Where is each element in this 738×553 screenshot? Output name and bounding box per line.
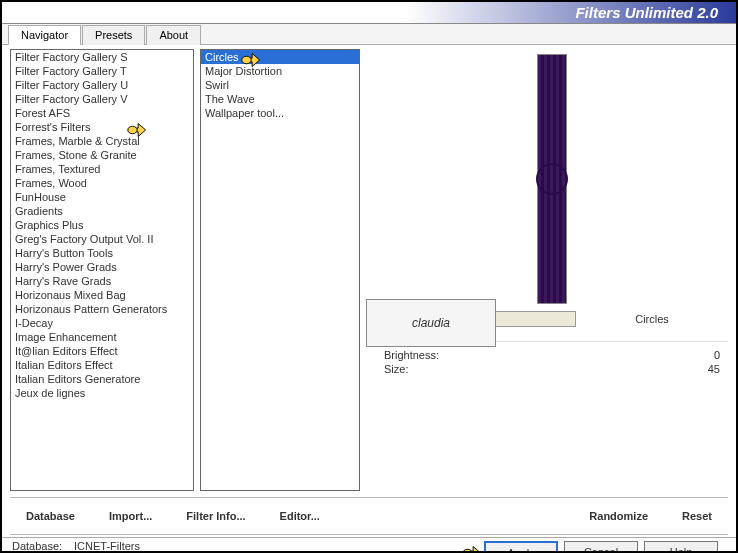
category-item[interactable]: I-Decay (11, 316, 193, 330)
category-item[interactable]: Frames, Marble & Crystal (11, 134, 193, 148)
status-db-label: Database: (12, 540, 68, 552)
category-item[interactable]: Jeux de lignes (11, 386, 193, 400)
filter-item[interactable]: Swirl (201, 78, 359, 92)
category-item[interactable]: Greg's Factory Output Vol. II (11, 232, 193, 246)
preview-area: claudia (376, 49, 728, 309)
category-item[interactable]: It@lian Editors Effect (11, 344, 193, 358)
filter-item[interactable]: Major Distortion (201, 64, 359, 78)
dialog-buttons: Apply Cancel Help (484, 541, 726, 553)
status-bar: Database:ICNET-Filters Filters:4626 Appl… (2, 537, 736, 553)
tab-strip: Navigator Presets About (2, 24, 736, 45)
left-actions: Database Import... Filter Info... Editor… (10, 500, 336, 532)
category-item[interactable]: Harry's Button Tools (11, 246, 193, 260)
category-item[interactable]: Horizonaus Mixed Bag (11, 288, 193, 302)
param-row[interactable]: Size:45 (376, 362, 728, 376)
watermark: claudia (366, 299, 496, 347)
category-item[interactable]: Italian Editors Effect (11, 358, 193, 372)
param-row[interactable]: Brightness:0 (376, 348, 728, 362)
editor-button[interactable]: Editor... (266, 504, 334, 528)
category-item[interactable]: Frames, Stone & Granite (11, 148, 193, 162)
database-button[interactable]: Database (12, 504, 89, 528)
tab-presets[interactable]: Presets (82, 25, 145, 45)
tab-navigator[interactable]: Navigator (8, 25, 81, 45)
category-item[interactable]: Filter Factory Gallery V (11, 92, 193, 106)
category-item[interactable]: Frames, Wood (11, 176, 193, 190)
parameter-panel[interactable]: Brightness:0Size:45 (376, 341, 728, 471)
reset-button[interactable]: Reset (668, 504, 726, 528)
right-actions: Randomize Reset (573, 500, 728, 532)
action-row: Database Import... Filter Info... Editor… (2, 500, 736, 532)
separator (10, 497, 728, 498)
status-info: Database:ICNET-Filters Filters:4626 (12, 540, 484, 553)
status-db-value: ICNET-Filters (74, 540, 140, 552)
category-item[interactable]: FunHouse (11, 190, 193, 204)
category-item[interactable]: Graphics Plus (11, 218, 193, 232)
apply-button[interactable]: Apply (484, 541, 558, 553)
import-button[interactable]: Import... (95, 504, 166, 528)
category-item[interactable]: Horizonaus Pattern Generators (11, 302, 193, 316)
param-label: Brightness: (384, 349, 439, 361)
category-item[interactable]: Filter Factory Gallery U (11, 78, 193, 92)
filter-item[interactable]: Wallpaper tool... (201, 106, 359, 120)
current-filter-name: Circles (576, 309, 728, 329)
category-item[interactable]: Forrest's Filters (11, 120, 193, 134)
filter-list[interactable]: CirclesMajor DistortionSwirlThe WaveWall… (200, 49, 360, 491)
category-item[interactable]: Filter Factory Gallery S (11, 50, 193, 64)
title-bar: Filters Unlimited 2.0 (2, 2, 736, 24)
separator (10, 534, 728, 535)
category-item[interactable]: Image Enhancement (11, 330, 193, 344)
randomize-button[interactable]: Randomize (575, 504, 662, 528)
category-item[interactable]: Frames, Textured (11, 162, 193, 176)
category-item[interactable]: Italian Editors Generatore (11, 372, 193, 386)
filter-item[interactable]: Circles (201, 50, 359, 64)
category-list[interactable]: Filter Factory Gallery SFilter Factory G… (10, 49, 194, 491)
preview-column: claudia Circles Brightness:0Size:45 (366, 49, 728, 491)
filter-info-button[interactable]: Filter Info... (172, 504, 259, 528)
cancel-button[interactable]: Cancel (564, 541, 638, 553)
category-item[interactable]: Harry's Power Grads (11, 260, 193, 274)
help-button[interactable]: Help (644, 541, 718, 553)
param-value: 45 (708, 363, 720, 375)
preview-image (537, 54, 567, 304)
app-title: Filters Unlimited 2.0 (575, 4, 718, 21)
filter-column: CirclesMajor DistortionSwirlThe WaveWall… (200, 49, 360, 491)
main-panel: Filter Factory Gallery SFilter Factory G… (2, 45, 736, 495)
category-item[interactable]: Forest AFS (11, 106, 193, 120)
category-item[interactable]: Gradients (11, 204, 193, 218)
param-label: Size: (384, 363, 408, 375)
category-column: Filter Factory Gallery SFilter Factory G… (10, 49, 194, 491)
tab-about[interactable]: About (146, 25, 201, 45)
filter-item[interactable]: The Wave (201, 92, 359, 106)
category-item[interactable]: Filter Factory Gallery T (11, 64, 193, 78)
param-value: 0 (714, 349, 720, 361)
category-item[interactable]: Harry's Rave Grads (11, 274, 193, 288)
